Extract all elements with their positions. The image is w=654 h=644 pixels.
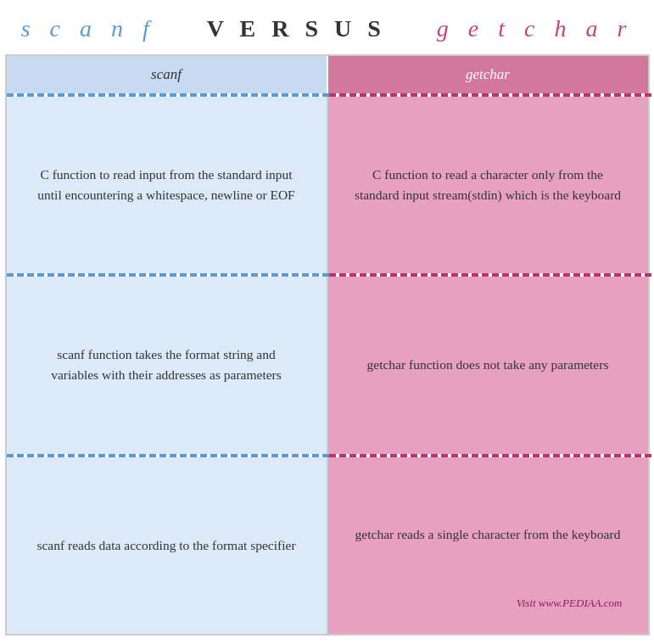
content-row-2: scanf function takes the format string a… <box>7 277 648 453</box>
versus-title: V E R S U S <box>207 15 386 42</box>
scanf-header: scanf <box>7 56 328 93</box>
content-row-1: C function to read input from the standa… <box>7 97 648 273</box>
getchar-cell-3-text: getchar reads a single character from th… <box>355 524 621 545</box>
getchar-header: getchar <box>328 56 648 93</box>
content-row-3: scanf reads data according to the format… <box>7 457 648 634</box>
footer-note: Visit www.PEDIAA.com <box>354 595 623 617</box>
page-title: s c a n f V E R S U S g e t c h a r <box>8 15 646 42</box>
scanf-title: s c a n f <box>21 15 156 42</box>
getchar-cell-2: getchar function does not take any param… <box>328 277 648 453</box>
scanf-cell-1: C function to read input from the standa… <box>7 97 328 273</box>
getchar-cell-3: getchar reads a single character from th… <box>328 457 648 634</box>
title-bar: s c a n f V E R S U S g e t c h a r <box>0 0 654 54</box>
header-row: scanf getchar <box>7 56 648 93</box>
comparison-table: scanf getchar C function to read input f… <box>5 54 650 636</box>
getchar-title: g e t c h a r <box>437 15 634 42</box>
scanf-cell-3: scanf reads data according to the format… <box>7 457 328 634</box>
scanf-cell-2: scanf function takes the format string a… <box>7 277 328 453</box>
getchar-cell-1: C function to read a character only from… <box>328 97 648 273</box>
